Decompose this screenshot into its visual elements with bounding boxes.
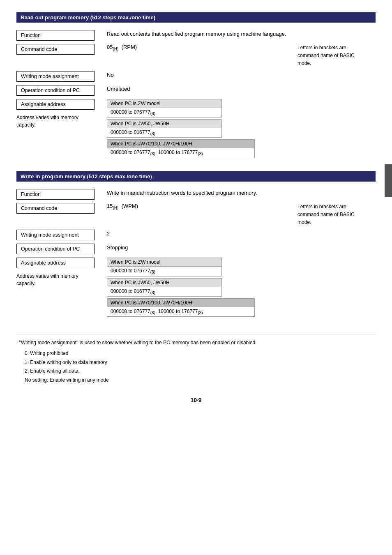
function-label-box-1: Function <box>16 30 95 41</box>
address-section-2: Assignable address Address varies with m… <box>16 258 376 318</box>
addr-value-jw70-2: 000000 to 076777(8), 100000 to 176777(8) <box>107 307 254 316</box>
operation-value-2: Stopping <box>107 244 376 251</box>
addr-header-zw-2: When PC is ZW model <box>107 258 221 267</box>
address-sub-1: Address varies with memorycapacity. <box>16 114 107 129</box>
footnote-item-0: 0: Writing prohibited <box>25 349 376 358</box>
operation-label-box-1: Operation condition of PC <box>16 85 95 96</box>
addr-sub-jw70b-1: (8) <box>198 152 203 157</box>
note-line3-2: mode. <box>297 219 311 225</box>
function-row-2: Function Write in manual instruction wor… <box>16 189 376 200</box>
addr-sub-jw70a-1: (8) <box>150 152 155 157</box>
addr-value-jw50-1: 000000 to 016777(8) <box>107 128 221 137</box>
writing-mode-value-1: No <box>107 71 376 78</box>
function-text-1: Read out contents that specified program… <box>107 31 286 37</box>
command-code-main-2: 15(H) (WPM) <box>107 203 138 209</box>
address-label-area-2: Assignable address Address varies with m… <box>16 258 107 287</box>
address-label-area-1: Assignable address Address varies with m… <box>16 99 107 129</box>
addr-value-jw70-1: 000000 to 076777(8), 100000 to 176777(8) <box>107 148 254 157</box>
addr-value-zw-1: 000000 to 076777(8) <box>107 108 221 117</box>
footnote-item-3: No setting: Enable writing in any mode <box>25 376 376 385</box>
function-label-2: Function <box>16 189 107 200</box>
writing-mode-label-box-2: Writing mode assignment <box>16 230 95 240</box>
address-sub-2: Address varies with memorycapacity. <box>16 272 107 287</box>
command-value-2: 15(H) (WPM) <box>107 203 289 210</box>
writing-mode-text-1: No <box>107 72 114 78</box>
function-text-2: Write in manual instruction words to spe… <box>107 190 257 196</box>
addr-value-jw50-2: 000000 to 016777(8) <box>107 287 221 296</box>
section2-header: Write in program memory (512 steps max./… <box>16 171 376 182</box>
addr-sub-jw50-1: (8) <box>150 131 155 136</box>
addr-sub-jw50-2: (8) <box>150 290 155 295</box>
footnote-intro: · "Writing mode assignment" is used to s… <box>16 339 376 348</box>
operation-text-2: Stopping <box>107 244 128 251</box>
footnote-items: 0: Writing prohibited 1: Enable writing … <box>25 349 376 385</box>
addr-sub-jw70b-2: (8) <box>198 311 203 315</box>
addr-header-jw70-2: When PC is JW70/100, JW70H/100H <box>107 299 254 307</box>
section2: Write in program memory (512 steps max./… <box>16 171 376 318</box>
addr-group-zw-1: When PC is ZW model 000000 to 076777(8) <box>107 99 222 117</box>
operation-text-1: Unrelated <box>107 86 130 92</box>
address-tables-2: When PC is ZW model 000000 to 076777(8) … <box>107 258 376 318</box>
operation-label-box-2: Operation condition of PC <box>16 244 95 254</box>
function-label-1: Function <box>16 30 107 41</box>
command-row-1: Command code 05(H) (RPM) Letters in brac… <box>16 44 376 68</box>
writing-mode-text-2: 2 <box>107 230 110 237</box>
operation-value-1: Unrelated <box>107 85 376 92</box>
addr-header-zw-1: When PC is ZW model <box>107 99 221 108</box>
address-tables-1: When PC is ZW model 000000 to 076777(8) … <box>107 99 376 159</box>
operation-label-1: Operation condition of PC <box>16 85 107 96</box>
addr-group-jw70-1: When PC is JW70/100, JW70H/100H 000000 t… <box>107 139 255 158</box>
function-label-box-2: Function <box>16 189 95 200</box>
addr-group-jw70-2: When PC is JW70/100, JW70H/100H 000000 t… <box>107 298 255 317</box>
function-value-2: Write in manual instruction words to spe… <box>107 189 376 196</box>
function-row-1: Function Read out contents that specifie… <box>16 30 376 41</box>
section1: Read out program memory (512 steps max./… <box>16 12 376 159</box>
writing-mode-value-2: 2 <box>107 230 376 237</box>
addr-sub-zw-2: (8) <box>150 270 155 275</box>
command-label-box-2: Command code <box>16 203 95 214</box>
operation-row-2: Operation condition of PC Stopping <box>16 244 376 254</box>
command-code-sub-2: (H) <box>113 205 118 210</box>
command-label-2: Command code <box>16 203 107 214</box>
writing-mode-label-2: Writing mode assignment <box>16 230 107 240</box>
writing-mode-row-2: Writing mode assignment 2 <box>16 230 376 240</box>
writing-mode-label-box-1: Writing mode assignment <box>16 71 95 82</box>
addr-sub-zw-1: (8) <box>150 111 155 116</box>
operation-label-2: Operation condition of PC <box>16 244 107 254</box>
note-line1-2: Letters in brackets are <box>297 204 346 210</box>
command-label-1: Command code <box>16 44 107 55</box>
command-label-box-1: Command code <box>16 44 95 55</box>
section1-header: Read out program memory (512 steps max./… <box>16 12 376 23</box>
writing-mode-label-1: Writing mode assignment <box>16 71 107 82</box>
address-label-box-2: Assignable address <box>16 258 95 268</box>
note-line2-2: command name of BASIC <box>297 212 355 217</box>
operation-row-1: Operation condition of PC Unrelated <box>16 85 376 96</box>
command-note-1: Letters in brackets are command name of … <box>297 44 376 68</box>
page-number: 10·9 <box>16 397 376 403</box>
address-label-box-1: Assignable address <box>16 99 95 110</box>
addr-group-jw50-1: When PC is JW50, JW50H 000000 to 016777(… <box>107 119 222 138</box>
command-row-2: Command code 15(H) (WPM) Letters in brac… <box>16 203 376 227</box>
addr-group-jw50-2: When PC is JW50, JW50H 000000 to 016777(… <box>107 278 222 297</box>
footnote-item-2: 2: Enable writing all data. <box>25 367 376 376</box>
command-value-1: 05(H) (RPM) <box>107 44 289 51</box>
note-line3-1: mode. <box>297 60 311 66</box>
command-code-sub-1: (H) <box>113 47 118 51</box>
addr-sub-jw70a-2: (8) <box>150 311 155 315</box>
writing-mode-row-1: Writing mode assignment No <box>16 71 376 82</box>
footnote-item-1: 1: Enable writing only to data memory <box>25 358 376 367</box>
addr-header-jw50-1: When PC is JW50, JW50H <box>107 120 221 128</box>
footnotes: · "Writing mode assignment" is used to s… <box>16 334 376 385</box>
addr-header-jw50-2: When PC is JW50, JW50H <box>107 279 221 287</box>
addr-group-zw-2: When PC is ZW model 000000 to 076777(8) <box>107 258 222 276</box>
addr-header-jw70-1: When PC is JW70/100, JW70H/100H <box>107 140 254 148</box>
command-code-main-1: 05(H) (RPM) <box>107 44 137 50</box>
address-section-1: Assignable address Address varies with m… <box>16 99 376 159</box>
addr-value-zw-2: 000000 to 076777(8) <box>107 267 221 276</box>
note-line2-1: command name of BASIC <box>297 53 355 58</box>
command-note-2: Letters in brackets are command name of … <box>297 203 376 227</box>
note-line1-1: Letters in brackets are <box>297 45 346 51</box>
function-value-1: Read out contents that specified program… <box>107 30 376 37</box>
